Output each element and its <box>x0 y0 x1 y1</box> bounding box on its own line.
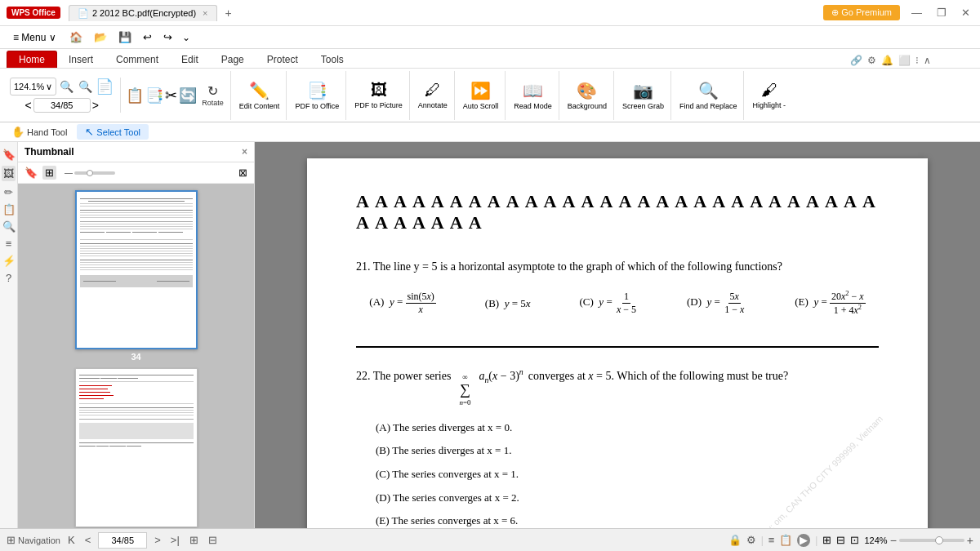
sidebar-icon-search[interactable]: 🔍 <box>2 220 16 233</box>
wps-logo: WPS Office <box>7 7 60 19</box>
nav-prev-btn[interactable]: < <box>82 534 94 546</box>
ribbon: 124.1%∨ 🔍 🔍 📄 < 34/85 > 📋 📑 ✂ 🔄 ↻ Rotate <box>0 69 980 122</box>
thumbnail-scroll[interactable]: 34 <box>18 184 254 528</box>
pdf-to-office-btn[interactable]: 📑 PDF to Office <box>288 71 346 120</box>
screen-grab-btn[interactable]: 📷 Screen Grab <box>616 71 671 120</box>
paste-icon[interactable]: 📑 <box>145 87 163 104</box>
minimize-button[interactable]: — <box>908 7 925 19</box>
ribbon-icon1[interactable]: 📄 <box>96 78 114 96</box>
tab-tools[interactable]: Tools <box>310 51 355 68</box>
thumb-grid-icon[interactable]: ⊞ <box>42 166 56 180</box>
thumbnail-page-34[interactable]: 34 <box>24 190 247 362</box>
zoom-control: 124% − + <box>864 534 973 547</box>
q22-choice-a: (A) The series diverges at x = 0. <box>376 416 879 440</box>
zoom-in-icon[interactable]: 🔍 <box>77 78 94 95</box>
divider-line <box>356 346 879 348</box>
zoom-slider-track[interactable] <box>899 539 964 542</box>
thumbnail-panel: Thumbnail × 🔖 ⊞ — ⊠ <box>18 142 255 528</box>
background-btn[interactable]: 🎨 Background <box>561 71 614 120</box>
sidebar-icon-layers[interactable]: 📋 <box>2 203 16 216</box>
sidebar-icon-bookmark[interactable]: 🔖 <box>2 149 16 161</box>
tab-home[interactable]: Home <box>7 51 57 68</box>
zoom-out-icon[interactable]: 🔍 <box>58 78 75 95</box>
status-icon-4[interactable]: 📋 <box>779 534 792 546</box>
status-separator: | <box>761 535 764 546</box>
nav-next-ribbon[interactable]: > <box>92 99 99 112</box>
scissors-icon[interactable]: ✂ <box>165 87 177 104</box>
zoom-plus-btn[interactable]: + <box>967 534 973 547</box>
pdf-page: A A A A A A A A A A A A A A A A A A A A … <box>307 158 928 528</box>
menu-save-icon[interactable]: 💾 <box>114 29 136 46</box>
zoom-slider-thumb[interactable] <box>935 536 943 544</box>
nav-prev-ribbon[interactable]: < <box>24 99 31 112</box>
tab-insert[interactable]: Insert <box>57 51 105 68</box>
rotate-icon[interactable]: 🔄 <box>179 87 197 104</box>
tab-edit[interactable]: Edit <box>170 51 210 68</box>
tab-protect[interactable]: Protect <box>256 51 310 68</box>
pdf-content-area[interactable]: A A A A A A A A A A A A A A A A A A A A … <box>255 142 980 528</box>
find-replace-btn[interactable]: 🔍 Find and Replace <box>673 71 745 120</box>
tab-page[interactable]: Page <box>210 51 256 68</box>
zoom-input[interactable]: 124.1%∨ <box>10 78 56 96</box>
main-area: 🔖 🖼 ✏ 📋 🔍 ≡ ⚡ ? Thumbnail × 🔖 ⊞ — <box>0 142 980 528</box>
edit-content-btn[interactable]: ✏️ Edit Content <box>233 71 287 120</box>
menu-hamburger[interactable]: ≡ Menu ∨ <box>7 29 63 46</box>
pdf-to-picture-btn[interactable]: 🖼 PDF to Picture <box>348 71 410 120</box>
nav-first-btn[interactable]: K <box>65 534 78 546</box>
status-icon-3[interactable]: ≡ <box>768 534 775 546</box>
status-right: 🔒 ⚙ | ≡ 📋 ▶ | ⊞ ⊟ ⊡ 124% − + <box>728 534 973 547</box>
annotate-btn[interactable]: 🖊 Annotate <box>412 71 455 120</box>
add-tab-button[interactable]: + <box>222 7 235 20</box>
menu-redo-icon[interactable]: ↪ <box>158 29 177 46</box>
thumb-size-slider[interactable]: — <box>65 168 115 177</box>
zoom-minus-btn[interactable]: − <box>890 534 897 547</box>
q22-choice-c: (C) The series converges at x = 1. <box>376 463 879 487</box>
expand-btn[interactable]: ⊞ <box>187 534 201 546</box>
sidebar-icon-menu[interactable]: ≡ <box>6 238 12 250</box>
sidebar-icon-edit[interactable]: ✏ <box>4 186 13 198</box>
collapse-btn[interactable]: ⊟ <box>206 534 220 546</box>
sidebar-icon-help[interactable]: ? <box>6 272 11 284</box>
thumb-page-34-label: 34 <box>24 352 247 362</box>
nav-last-btn[interactable]: >| <box>168 534 182 546</box>
status-separator2: | <box>815 535 817 546</box>
window-close-button[interactable]: ✕ <box>958 7 973 19</box>
page-display: 34/85 <box>33 98 91 113</box>
page-input[interactable] <box>98 532 147 549</box>
thumb-nav-icon[interactable]: 🔖 <box>24 167 38 179</box>
nav-next-btn[interactable]: > <box>152 534 163 546</box>
status-icon-5[interactable]: ▶ <box>797 534 810 547</box>
tab-comment[interactable]: Comment <box>105 51 170 68</box>
highlight-btn[interactable]: 🖌 Highlight - <box>746 71 792 120</box>
close-tab-icon[interactable]: × <box>203 8 207 18</box>
auto-scroll-btn[interactable]: ⏩ Auto Scroll <box>457 71 506 120</box>
copy-icon[interactable]: 📋 <box>126 87 144 104</box>
select-tool-btn[interactable]: ↖ Select Tool <box>77 124 149 140</box>
read-mode-btn[interactable]: 📖 Read Mode <box>507 71 559 120</box>
hand-tool-btn[interactable]: ✋ Hand Tool <box>3 124 75 140</box>
menu-home-icon[interactable]: 🏠 <box>65 29 87 46</box>
thumb-expand-icon[interactable]: ⊠ <box>238 167 247 179</box>
status-icon-8[interactable]: ⊡ <box>850 534 859 546</box>
thumbnail-toolbar: 🔖 ⊞ — ⊠ <box>18 162 254 184</box>
sidebar: 🔖 🖼 ✏ 📋 🔍 ≡ ⚡ ? <box>0 142 18 528</box>
question-21: 21. The line y = 5 is a horizontal asymp… <box>356 256 879 277</box>
status-icon-1[interactable]: 🔒 <box>728 534 742 546</box>
thumbnail-close[interactable]: × <box>242 146 247 158</box>
maximize-button[interactable]: ❐ <box>933 7 950 19</box>
rotate-btn[interactable]: ↻ Rotate <box>198 82 227 109</box>
thumbnail-page-35[interactable]: 35 <box>24 368 247 528</box>
go-premium-button[interactable]: ⊕ Go Premium <box>823 5 900 20</box>
doc-tab[interactable]: 📄 2 2012 BC.pdf(Encrypted) × <box>69 5 217 21</box>
sidebar-icon-thumbnail[interactable]: 🖼 <box>2 166 16 181</box>
status-icon-2[interactable]: ⚙ <box>746 534 756 546</box>
q21-option-d: (D) y = 5x1 − x <box>684 291 746 316</box>
menu-undo-icon[interactable]: ↩ <box>138 29 157 46</box>
q21-option-b: (B) y = 5x <box>483 297 531 310</box>
status-icon-7[interactable]: ⊟ <box>836 534 845 546</box>
menu-dropdown-icon[interactable]: ⌄ <box>179 29 194 46</box>
question-22-intro: 22. The power series ∞ ∑ n=0 an(x − 3)n … <box>356 367 879 407</box>
menu-folder-icon[interactable]: 📂 <box>89 29 112 46</box>
sidebar-icon-lightning[interactable]: ⚡ <box>2 255 16 267</box>
status-icon-6[interactable]: ⊞ <box>822 534 831 546</box>
